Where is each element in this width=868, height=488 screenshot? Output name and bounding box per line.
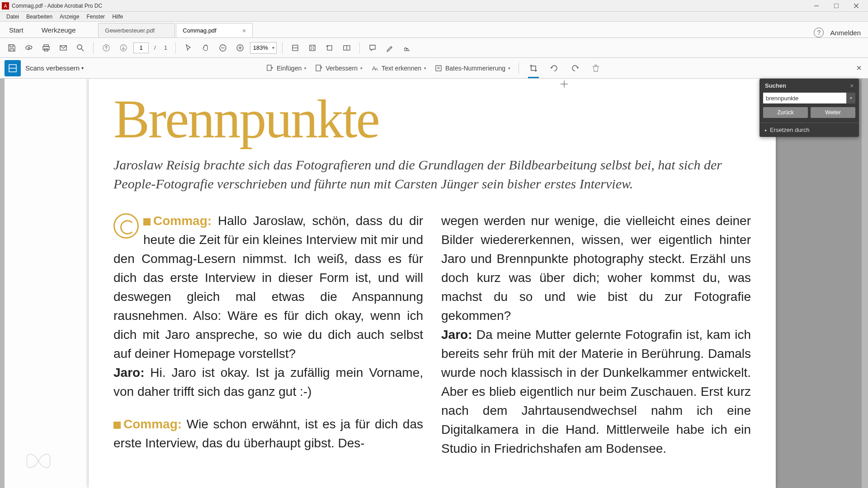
chevron-down-icon: ▾ — [360, 66, 363, 70]
page-number-input[interactable] — [133, 42, 149, 53]
mode-tab-tools[interactable]: Werkzeuge — [33, 23, 85, 38]
recognize-tool[interactable]: AA Text erkennen ▾ — [371, 64, 426, 72]
mail-icon[interactable] — [56, 41, 71, 55]
paragraph: wegen werden nur wenige, die vielleicht … — [441, 211, 751, 325]
search-close-icon[interactable]: × — [850, 82, 854, 89]
chevron-down-icon: ▾ — [508, 66, 510, 70]
paragraph: Commag: Wie schon erwähnt, ist es ja für… — [113, 415, 423, 453]
search-header: Suchen × — [760, 79, 859, 93]
svg-rect-20 — [310, 45, 315, 51]
scans-dropdown[interactable]: Scans verbessern ▾ — [25, 64, 84, 72]
zoom-select[interactable]: 183% — [250, 42, 277, 54]
close-toolbar-icon[interactable]: × — [856, 63, 862, 73]
close-button[interactable] — [846, 0, 866, 11]
menu-view[interactable]: Anzeige — [56, 13, 83, 21]
fit-page-icon[interactable] — [305, 41, 320, 55]
select-tool-icon[interactable] — [181, 41, 196, 55]
rotate-cw-icon[interactable] — [569, 62, 581, 75]
bullet-icon — [143, 218, 151, 225]
zoom-out-icon[interactable] — [216, 41, 230, 55]
zoom-value: 183% — [253, 44, 268, 51]
article-columns: Commag: Hallo Jaroslaw, schön, dass du d… — [113, 211, 751, 458]
zoom-in-icon[interactable] — [233, 41, 247, 55]
svg-rect-7 — [43, 47, 49, 50]
enhance-label: Verbessern — [326, 65, 358, 72]
maximize-button[interactable] — [826, 0, 846, 11]
chevron-down-icon: ▾ — [304, 66, 307, 70]
read-mode-icon[interactable] — [340, 41, 354, 55]
replace-label: Ersetzen durch — [770, 127, 809, 133]
search-back-button[interactable]: Zurück — [763, 107, 808, 118]
search-next-button[interactable]: Weiter — [811, 107, 855, 118]
bates-tool[interactable]: Bates-Nummerierung ▾ — [434, 64, 510, 72]
main-toolbar: / 1 183% — [0, 38, 868, 58]
column-right: wegen werden nur wenige, die vielleicht … — [441, 211, 751, 458]
search-title: Suchen — [765, 82, 786, 89]
bates-label: Bates-Nummerierung — [445, 65, 505, 72]
doc-tab-commag[interactable]: Commag.pdf × — [176, 23, 253, 38]
svg-rect-3 — [834, 4, 839, 8]
enhance-tool[interactable]: Verbessern ▾ — [315, 64, 363, 72]
help-icon[interactable]: ? — [814, 28, 824, 38]
paragraph: Jaro: Hi. Jaro ist okay. Ist ja zufällig… — [113, 363, 423, 401]
scans-mode-icon[interactable] — [5, 60, 21, 76]
svg-rect-25 — [267, 65, 271, 70]
window-title: Commag.pdf - Adobe Acrobat Pro DC — [12, 3, 807, 9]
crop-tool-icon[interactable] — [527, 62, 540, 75]
highlight-icon[interactable] — [382, 41, 397, 55]
rotate-ccw-icon[interactable] — [548, 62, 561, 75]
next-page-icon[interactable] — [116, 41, 131, 55]
svg-rect-29 — [436, 66, 441, 71]
doc-tab-label: Commag.pdf — [183, 27, 216, 34]
mode-tab-start[interactable]: Start — [0, 23, 33, 38]
replace-toggle[interactable]: ▸ Ersetzen durch — [760, 122, 859, 137]
insert-tool[interactable]: Einfügen ▾ — [266, 64, 307, 72]
document-area: Brennpunkte Jaroslaw Reisig brachte sich… — [0, 79, 868, 488]
body-text: Da meine Mutter gelernte Fotografin ist,… — [441, 328, 751, 455]
fit-width-icon[interactable] — [288, 41, 302, 55]
column-left: Commag: Hallo Jaroslaw, schön, dass du d… — [113, 211, 423, 458]
menu-help[interactable]: Hilfe — [108, 13, 127, 21]
chevron-down-icon: ▾ — [424, 66, 426, 70]
tab-bar: Start Werkzeuge Gewerbesteuer.pdf Commag… — [0, 22, 868, 38]
search-input[interactable] — [763, 93, 846, 103]
title-bar: A Commag.pdf - Adobe Acrobat Pro DC — [0, 0, 868, 12]
doc-tab-gewerbesteuer[interactable]: Gewerbesteuer.pdf — [98, 23, 175, 38]
doc-tab-label: Gewerbesteuer.pdf — [105, 27, 155, 34]
search-icon[interactable] — [73, 41, 88, 55]
svg-rect-26 — [316, 65, 321, 71]
left-rail[interactable] — [0, 79, 5, 488]
toolbar-separator — [175, 42, 176, 54]
menu-window[interactable]: Fenster — [83, 13, 108, 21]
prev-page-icon[interactable] — [99, 41, 113, 55]
jaro-label: Jaro: — [113, 366, 144, 380]
tab-close-icon[interactable]: × — [242, 27, 246, 34]
save-icon[interactable] — [5, 41, 19, 55]
scans-toolbar: Scans verbessern ▾ Einfügen ▾ Verbessern… — [0, 58, 868, 79]
article-intro: Jaroslaw Reisig brachte sich das Fotogra… — [113, 155, 751, 193]
cloud-icon[interactable] — [22, 41, 36, 55]
delete-icon[interactable] — [590, 62, 602, 75]
rotate-icon[interactable] — [322, 41, 337, 55]
right-rail[interactable] — [862, 79, 868, 488]
left-margin — [5, 79, 89, 488]
chevron-down-icon: ▾ — [81, 66, 84, 70]
menu-file[interactable]: Datei — [3, 13, 23, 21]
menu-bar: Datei Bearbeiten Anzeige Fenster Hilfe — [0, 12, 868, 22]
print-icon[interactable] — [39, 41, 53, 55]
svg-text:A: A — [375, 67, 378, 71]
search-dropdown-icon[interactable]: ▾ — [846, 93, 855, 103]
toolbar-separator — [93, 42, 94, 54]
body-text: Hi. Jaro ist okay. Ist ja zufällig mein … — [113, 366, 423, 399]
signature-icon[interactable] — [400, 41, 414, 55]
toolbar-separator — [282, 42, 283, 54]
bullet-icon — [113, 422, 121, 429]
hand-tool-icon[interactable] — [198, 41, 213, 55]
menu-edit[interactable]: Bearbeiten — [23, 13, 56, 21]
search-panel: Suchen × ▾ Zurück Weiter ▸ Ersetzen durc… — [760, 79, 859, 137]
comment-icon[interactable] — [365, 41, 380, 55]
minimize-button[interactable] — [807, 0, 826, 11]
signin-link[interactable]: Anmelden — [830, 29, 861, 37]
pdf-page[interactable]: Brennpunkte Jaroslaw Reisig brachte sich… — [89, 79, 776, 488]
butterfly-watermark — [23, 447, 54, 474]
